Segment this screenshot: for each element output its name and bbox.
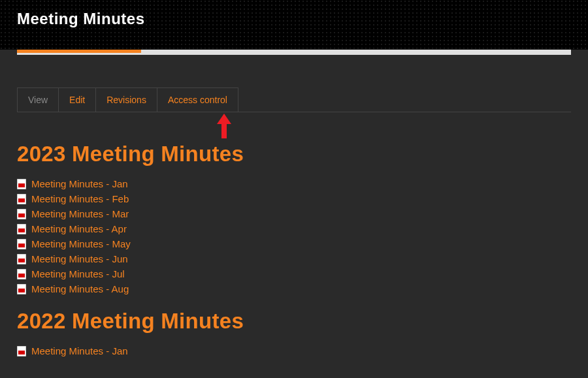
pdf-icon (17, 194, 26, 204)
tab-edit[interactable]: Edit (58, 87, 96, 112)
section-heading-2023: 2023 Meeting Minutes (17, 142, 571, 166)
page-header: Meeting Minutes (0, 0, 588, 50)
svg-rect-18 (18, 259, 25, 262)
svg-rect-6 (18, 198, 25, 202)
file-link[interactable]: Meeting Minutes - Feb (31, 193, 129, 204)
pdf-icon (17, 239, 26, 249)
svg-rect-21 (18, 274, 25, 277)
tab-bar: View Edit Revisions Access control (17, 87, 571, 112)
svg-marker-0 (217, 114, 231, 138)
pdf-icon (17, 224, 26, 234)
tab-label: Edit (69, 95, 85, 105)
list-item: Meeting Minutes - Feb (17, 193, 571, 204)
file-link[interactable]: Meeting Minutes - Jul (31, 268, 125, 279)
arrow-annotation-icon (217, 114, 231, 138)
tab-access-control[interactable]: Access control (157, 87, 238, 112)
list-item: Meeting Minutes - Apr (17, 223, 571, 234)
file-link[interactable]: Meeting Minutes - Jan (31, 345, 128, 356)
tab-view[interactable]: View (17, 87, 59, 112)
list-item: Meeting Minutes - Jun (17, 253, 571, 264)
svg-rect-9 (18, 213, 25, 217)
file-list-2023: Meeting Minutes - Jan Meeting Minutes - … (17, 178, 571, 294)
section-heading-2022: 2022 Meeting Minutes (17, 309, 571, 334)
file-list-2022: Meeting Minutes - Jan (17, 345, 571, 356)
file-link[interactable]: Meeting Minutes - May (31, 238, 131, 249)
pdf-icon (17, 179, 26, 189)
header-underline-active (17, 50, 141, 53)
pdf-icon (17, 269, 26, 279)
tab-label: View (28, 95, 48, 105)
list-item: Meeting Minutes - Jul (17, 268, 571, 279)
pdf-icon (17, 346, 26, 356)
file-link[interactable]: Meeting Minutes - Mar (31, 208, 129, 219)
list-item: Meeting Minutes - Jan (17, 345, 571, 356)
pdf-icon (17, 284, 26, 294)
list-item: Meeting Minutes - May (17, 238, 571, 249)
list-item: Meeting Minutes - Mar (17, 208, 571, 219)
tab-label: Revisions (106, 95, 146, 105)
content-area: View Edit Revisions Access control 2023 … (0, 55, 588, 356)
file-link[interactable]: Meeting Minutes - Jun (31, 253, 128, 264)
file-link[interactable]: Meeting Minutes - Jan (31, 178, 128, 189)
list-item: Meeting Minutes - Aug (17, 283, 571, 294)
file-link[interactable]: Meeting Minutes - Apr (31, 223, 127, 234)
header-underline (17, 50, 571, 55)
svg-rect-3 (18, 183, 25, 187)
list-item: Meeting Minutes - Jan (17, 178, 571, 189)
file-link[interactable]: Meeting Minutes - Aug (31, 283, 129, 294)
pdf-icon (17, 209, 26, 219)
svg-rect-12 (18, 228, 25, 232)
page-title: Meeting Minutes (17, 10, 571, 28)
tab-revisions[interactable]: Revisions (95, 87, 157, 112)
pdf-icon (17, 254, 26, 264)
svg-rect-15 (18, 244, 25, 247)
tab-label: Access control (168, 95, 227, 105)
svg-rect-24 (18, 289, 25, 292)
svg-rect-27 (18, 351, 25, 354)
